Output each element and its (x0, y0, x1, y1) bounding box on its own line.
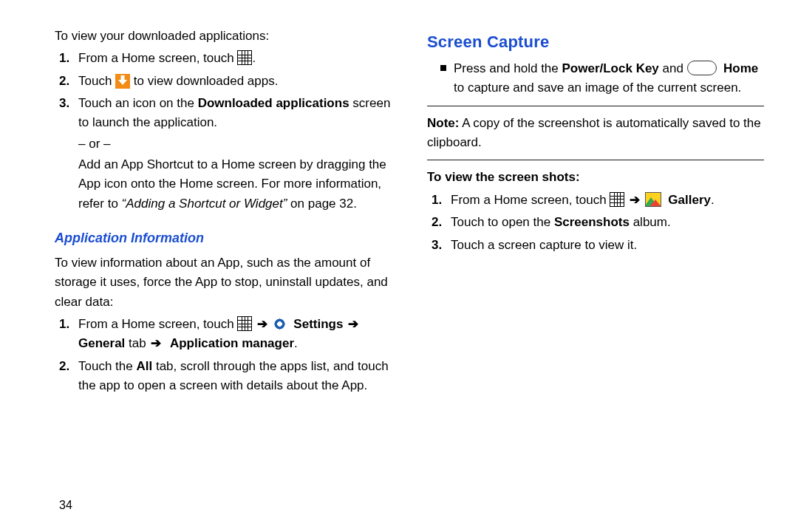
left-steps: From a Home screen, touch . Touch to vie… (55, 49, 392, 214)
view-step-2: Touch to open the Screenshots album. (427, 213, 764, 232)
gallery-icon (645, 192, 661, 207)
view-steps: From a Home screen, touch ➔ Gallery. Tou… (427, 191, 764, 255)
capture-bullet: Press and hold the Power/Lock Key and Ho… (427, 59, 764, 98)
view-screenshots-heading: To view the screen shots: (427, 168, 764, 187)
divider (427, 106, 764, 106)
app-info-step-1: From a Home screen, touch ➔ Settings ➔ G… (55, 315, 392, 354)
app-info-steps: From a Home screen, touch ➔ Settings ➔ G… (55, 315, 392, 395)
left-step-3: Touch an icon on the Downloaded applicat… (55, 94, 392, 214)
screen-capture-heading: Screen Capture (427, 30, 764, 55)
left-step-3-cont: Add an App Shortcut to a Home screen by … (78, 155, 392, 214)
apps-grid-icon (237, 50, 252, 65)
apps-grid-icon (610, 192, 624, 207)
page-number: 34 (59, 497, 72, 515)
left-step-3-or: – or – (78, 134, 392, 154)
download-icon (115, 74, 130, 89)
view-step-3: Touch a screen capture to view it. (427, 236, 764, 255)
app-info-heading: Application Information (55, 228, 392, 249)
apps-grid-icon (237, 316, 252, 331)
left-column: To view your downloaded applications: Fr… (55, 27, 392, 398)
right-column: Screen Capture Press and hold the Power/… (427, 27, 764, 398)
app-info-step-2: Touch the All tab, scroll through the ap… (55, 357, 392, 396)
square-bullet-icon (440, 65, 446, 71)
note-block: Note: A copy of the screenshot is automa… (427, 114, 764, 153)
view-step-1: From a Home screen, touch ➔ Gallery. (427, 191, 764, 210)
left-step-1: From a Home screen, touch . (55, 49, 392, 68)
left-step-2: Touch to view downloaded apps. (55, 72, 392, 91)
settings-gear-icon (273, 317, 287, 331)
home-key-pill-icon (687, 61, 717, 75)
left-intro: To view your downloaded applications: (55, 27, 392, 46)
divider (427, 160, 764, 160)
app-info-intro: To view information about an App, such a… (55, 253, 392, 312)
